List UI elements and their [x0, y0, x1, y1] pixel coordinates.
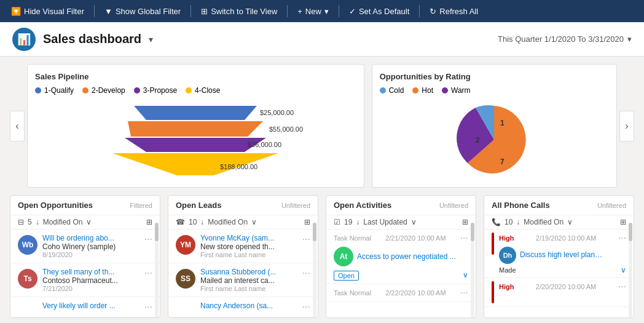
set-as-default-button[interactable]: ✓ Set As Default: [343, 4, 415, 18]
activity-type: Task Normal: [334, 289, 371, 297]
sort-desc-icon[interactable]: ↓: [200, 218, 204, 226]
legend-close: 4-Close: [186, 86, 220, 95]
grid-icon: ⊟: [18, 218, 24, 226]
header-left: 📊 Sales dashboard ▾: [12, 28, 153, 51]
more-options-button[interactable]: ···: [618, 233, 626, 244]
svg-text:1: 1: [500, 119, 505, 127]
open-activities-status: Unfiltered: [439, 202, 468, 209]
item-name[interactable]: Very likely will order ...: [42, 301, 139, 310]
list-item: SS Susanna Stubberod (... Mailed an inte…: [168, 263, 318, 297]
scrollbar-thumb[interactable]: [155, 223, 159, 241]
legend-hot: Hot: [412, 86, 433, 95]
activity-date: 2/21/2020 10:00 AM: [385, 234, 446, 242]
pie-svg: 1 2 7: [439, 100, 549, 180]
header-bar: 📊 Sales dashboard ▾ This Quarter 1/1/202…: [0, 22, 644, 57]
scrollbar-thumb[interactable]: [471, 223, 474, 241]
qualify-dot: [35, 87, 41, 94]
filter-controls-icon[interactable]: ⊞: [620, 218, 626, 226]
list-item: YM Yvonne McKay (sam... New store opened…: [168, 229, 318, 263]
item-name[interactable]: Will be ordering abo...: [42, 234, 139, 242]
call-avatar: Dh: [499, 247, 516, 264]
chart-row: Sales Pipeline 1-Qualify 2-Develop 3-Pro…: [27, 64, 617, 188]
more-options-button[interactable]: ···: [302, 301, 310, 313]
svg-text:$36,000.00: $36,000.00: [248, 141, 281, 148]
sort-chevron-icon[interactable]: ∨: [86, 218, 92, 226]
toolbar: 🔽 Hide Visual Filter ▼ Show Global Filte…: [0, 0, 644, 22]
pie-chart-container: 1 2 7: [380, 100, 609, 180]
phone-call-item: High 2/20/2020 10:00 AM ···: [484, 278, 634, 307]
item-name[interactable]: Susanna Stubberod (...: [200, 268, 297, 276]
qualify-label: 1-Qualify: [44, 86, 74, 95]
item-text: Susanna Stubberod (... Mailed an interes…: [200, 268, 297, 292]
left-nav-arrow[interactable]: ‹: [10, 111, 25, 142]
activity-meta: Task Normal 2/21/2020 10:00 AM ··· At Ac…: [334, 233, 468, 281]
scrollbar-track: [313, 223, 316, 317]
open-leads-count: 10: [189, 218, 197, 226]
item-date: 8/19/2020: [42, 251, 139, 258]
open-opp-count: 5: [28, 218, 32, 226]
propose-label: 3-Propose: [143, 86, 177, 95]
legend-qualify: 1-Qualify: [35, 86, 74, 95]
close-label: 4-Close: [195, 86, 220, 95]
sort-chevron-icon[interactable]: ∨: [251, 218, 257, 226]
warm-dot: [442, 87, 448, 94]
toolbar-divider-5: [419, 5, 420, 17]
sort-desc-icon[interactable]: ↓: [36, 218, 39, 226]
phone-call-item: High 2/19/2020 10:00 AM ··· Dh Discuss h…: [484, 229, 634, 278]
item-text: Very likely will order ...: [42, 301, 139, 310]
legend-propose: 3-Propose: [134, 86, 177, 95]
more-options-button[interactable]: ···: [144, 234, 152, 245]
refresh-all-button[interactable]: ↻ Refresh All: [423, 4, 484, 18]
open-leads-header: Open Leads Unfiltered: [168, 196, 318, 215]
title-chevron-icon[interactable]: ▾: [149, 34, 153, 44]
switch-to-tile-view-button[interactable]: ⊞ Switch to Tile View: [195, 4, 283, 18]
item-name[interactable]: They sell many of th...: [42, 268, 139, 276]
show-global-filter-button[interactable]: ▼ Show Global Filter: [98, 4, 187, 18]
sort-desc-icon[interactable]: ↓: [356, 218, 359, 226]
hide-visual-filter-button[interactable]: 🔽 Hide Visual Filter: [5, 4, 90, 18]
item-date: 7/21/2020: [42, 285, 139, 292]
more-options-button[interactable]: ···: [302, 268, 310, 279]
scrollbar-track: [155, 223, 159, 317]
more-options-button[interactable]: ···: [460, 287, 468, 298]
more-options-button[interactable]: ···: [144, 301, 152, 313]
sales-pipeline-card: Sales Pipeline 1-Qualify 2-Develop 3-Pro…: [27, 64, 364, 188]
sort-chevron-icon[interactable]: ∨: [411, 218, 417, 226]
sort-desc-icon[interactable]: ↓: [516, 218, 520, 226]
svg-marker-2: [125, 138, 266, 152]
result-chevron-icon[interactable]: ∨: [621, 266, 626, 274]
priority-label: High: [499, 283, 514, 290]
new-button[interactable]: + New ▾: [291, 4, 335, 18]
call-date: 2/19/2020 10:00 AM: [536, 234, 596, 242]
toolbar-divider-4: [339, 5, 339, 17]
call-title[interactable]: Discuss high level plans for f...: [520, 250, 606, 259]
more-options-button[interactable]: ···: [460, 233, 468, 244]
list-item: Nancy Anderson (sa... ···: [168, 297, 318, 317]
filter-controls-icon[interactable]: ⊞: [462, 218, 468, 226]
hot-dot: [412, 87, 418, 94]
scrollbar-thumb[interactable]: [313, 223, 316, 241]
date-range-chevron-icon: ▾: [627, 34, 632, 44]
more-options-button[interactable]: ···: [302, 234, 310, 245]
status-chevron-icon[interactable]: ∨: [463, 271, 468, 279]
open-opportunities-card: Open Opportunities Filtered ⊟ 5 ↓ Modifi…: [10, 195, 160, 318]
right-nav-arrow[interactable]: ›: [619, 111, 634, 142]
item-name[interactable]: Yvonne McKay (sam...: [200, 234, 297, 242]
list-item: Very likely will order ... ···: [10, 297, 160, 317]
filter-controls-icon[interactable]: ⊞: [304, 218, 310, 226]
date-range-selector[interactable]: This Quarter 1/1/2020 To 3/31/2020 ▾: [498, 34, 632, 44]
scrollbar-thumb[interactable]: [629, 223, 632, 241]
sales-pipeline-legend: 1-Qualify 2-Develop 3-Propose 4-Close: [35, 86, 356, 95]
filter-controls-icon[interactable]: ⊞: [146, 218, 152, 226]
avatar: YM: [176, 235, 195, 255]
legend-warm: Warm: [442, 86, 471, 95]
legend-develop: 2-Develop: [82, 86, 125, 95]
call-date: 2/20/2020 10:00 AM: [536, 283, 596, 290]
activity-title[interactable]: Access to power negotiated ...: [357, 252, 456, 261]
item-name[interactable]: Nancy Anderson (sa...: [200, 301, 297, 310]
sort-chevron-icon[interactable]: ∨: [567, 218, 573, 226]
more-options-button[interactable]: ···: [144, 268, 152, 279]
more-options-button[interactable]: ···: [618, 281, 626, 292]
open-opp-sort: Modified On: [43, 218, 83, 226]
list-item: Ts They sell many of th... Contoso Pharm…: [10, 263, 160, 297]
